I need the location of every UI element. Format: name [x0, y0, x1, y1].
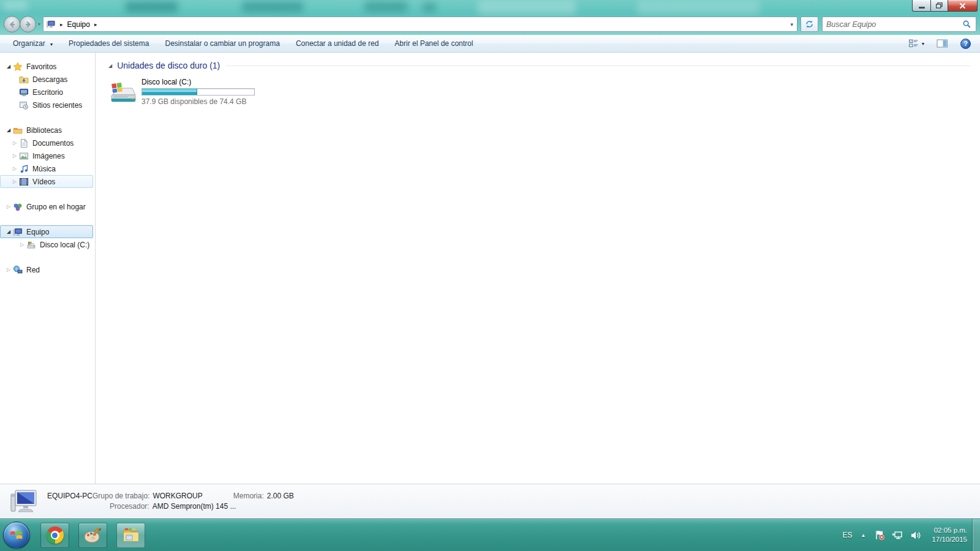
show-hidden-icons-caret[interactable]: ▲ — [861, 533, 866, 538]
paint-icon — [84, 527, 102, 544]
files-panel: ◢ Unidades de disco duro (1) — [96, 53, 980, 484]
organize-label: Organizar — [13, 39, 45, 48]
memory-value: 2.00 GB — [267, 491, 294, 501]
back-arrow-icon — [8, 20, 17, 29]
taskbar-chrome-button[interactable] — [40, 523, 69, 548]
sidebar-item-bibliotecas[interactable]: ◢ Bibliotecas — [0, 124, 93, 137]
sidebar-item-sitios-recientes[interactable]: Sitios recientes — [0, 99, 93, 111]
network-status-icon[interactable] — [892, 530, 903, 541]
expander-icon[interactable]: ▷ — [5, 204, 12, 209]
sidebar-item-imagenes[interactable]: ▷ Imágenes — [0, 149, 93, 162]
sidebar-item-descargas[interactable]: Descargas — [0, 73, 93, 86]
sidebar-item-musica[interactable]: ▷ Música — [0, 162, 93, 175]
desktop-icon — [18, 88, 29, 97]
glass-reflection — [637, 0, 760, 15]
glass-reflection — [423, 2, 436, 12]
processor-value: AMD Sempron(tm) 145 ... — [153, 501, 236, 512]
drive-icon — [26, 240, 36, 250]
search-icon[interactable] — [962, 20, 971, 29]
taskbar-explorer-button[interactable] — [116, 523, 145, 548]
map-network-drive-button[interactable]: Conectar a unidad de red — [288, 36, 386, 51]
recent-pages-caret[interactable]: ▾ — [38, 21, 40, 27]
sidebar-item-label: Grupo en el hogar — [26, 203, 86, 211]
taskbar: ES ▲ — [0, 519, 980, 551]
expander-icon[interactable]: ◢ — [5, 229, 12, 234]
sidebar-item-label: Música — [32, 165, 56, 173]
forward-arrow-icon — [24, 20, 32, 29]
title-bar: ▾ ▸ Equipo ▸ ▾ — [0, 0, 980, 35]
minimize-button[interactable] — [912, 0, 930, 12]
breadcrumb-separator-icon: ▸ — [60, 21, 63, 28]
expander-icon[interactable]: ◢ — [5, 127, 12, 133]
taskbar-paint-button[interactable] — [78, 523, 107, 548]
sidebar-gap — [0, 111, 95, 124]
libraries-icon — [12, 126, 23, 135]
action-center-flag-icon[interactable] — [874, 530, 885, 541]
help-icon: ? — [960, 39, 971, 49]
breadcrumb-separator-icon[interactable]: ▸ — [94, 21, 97, 28]
change-view-button[interactable]: ▾ — [904, 36, 929, 51]
sidebar-item-label: Escritorio — [32, 88, 63, 97]
sidebar-item-favoritos[interactable]: ◢ Favoritos — [0, 60, 93, 73]
volume-icon[interactable] — [910, 530, 921, 541]
expander-icon[interactable]: ▷ — [5, 267, 12, 272]
breadcrumb-equipo[interactable]: Equipo — [67, 20, 90, 29]
close-button[interactable] — [948, 0, 978, 12]
sidebar-item-equipo[interactable]: ◢ Equipo — [0, 225, 93, 238]
chrome-icon — [47, 527, 64, 544]
sidebar-item-label: Favoritos — [26, 62, 56, 71]
sidebar-item-grupo-en-el-hogar[interactable]: ▷ Grupo en el hogar — [0, 200, 93, 213]
expander-icon[interactable]: ▷ — [18, 242, 26, 247]
computer-icon — [12, 227, 23, 237]
uninstall-program-button[interactable]: Desinstalar o cambiar un programa — [157, 36, 287, 51]
star-icon — [12, 62, 23, 72]
language-indicator[interactable]: ES — [843, 531, 853, 539]
clock-date: 17/10/2015 — [932, 535, 967, 544]
hard-drive-icon — [108, 80, 137, 108]
expander-icon[interactable]: ▷ — [11, 179, 18, 184]
help-button[interactable]: ? — [956, 36, 975, 51]
recent-places-icon — [18, 100, 29, 110]
organize-menu[interactable]: Organizar ▾ — [5, 36, 61, 51]
address-bar[interactable]: ▸ Equipo ▸ ▾ — [43, 17, 797, 32]
explorer-window: ▾ ▸ Equipo ▸ ▾ — [0, 0, 980, 551]
sidebar-gap — [0, 188, 95, 200]
views-icon — [908, 39, 919, 48]
chevron-down-icon: ▾ — [922, 41, 924, 47]
preview-pane-button[interactable] — [932, 36, 952, 51]
refresh-icon — [805, 20, 814, 29]
sidebar-item-documentos[interactable]: ▷ Documentos — [0, 137, 93, 149]
collapse-group-icon[interactable]: ◢ — [108, 63, 112, 69]
address-dropdown-caret[interactable]: ▾ — [786, 21, 797, 28]
sidebar-item-escritorio[interactable]: Escritorio — [0, 86, 93, 99]
expander-icon[interactable]: ▷ — [11, 153, 18, 159]
drive-info: Disco local (C:) 37.9 GB disponibles de … — [141, 78, 255, 108]
sidebar-item-label: Vídeos — [32, 178, 55, 186]
expander-icon[interactable]: ▷ — [11, 166, 18, 171]
restore-button[interactable] — [930, 0, 948, 12]
drive-item-disco-local-c[interactable]: Disco local (C:) 37.9 GB disponibles de … — [108, 78, 268, 108]
group-header[interactable]: ◢ Unidades de disco duro (1) — [108, 61, 973, 70]
videos-icon — [18, 177, 29, 187]
search-input[interactable] — [823, 20, 962, 29]
expander-icon[interactable]: ▷ — [11, 140, 18, 146]
taskbar-clock[interactable]: 02:05 p.m. 17/10/2015 — [932, 526, 967, 544]
sidebar-item-label: Imágenes — [32, 152, 65, 160]
sidebar-item-disco-local-c[interactable]: ▷ Disco local (C:) — [0, 238, 93, 251]
processor-label: Procesador: — [110, 501, 149, 512]
refresh-button[interactable] — [801, 17, 818, 32]
show-desktop-button[interactable] — [972, 519, 980, 551]
forward-button[interactable] — [20, 16, 36, 32]
back-button[interactable] — [4, 16, 20, 32]
sidebar-item-videos[interactable]: ▷ Vídeos — [0, 175, 93, 188]
sidebar-item-label: Bibliotecas — [26, 126, 62, 135]
sidebar-gap — [0, 251, 95, 263]
sidebar-item-red[interactable]: ▷ Red — [0, 263, 93, 276]
system-properties-button[interactable]: Propiedades del sistema — [61, 36, 157, 51]
computer-icon — [10, 487, 39, 517]
memory-label: Memoria: — [233, 491, 264, 501]
expander-icon[interactable]: ◢ — [5, 64, 12, 69]
start-button[interactable] — [3, 522, 30, 549]
open-control-panel-button[interactable]: Abrir el Panel de control — [386, 36, 481, 51]
folder-icon — [122, 527, 140, 544]
